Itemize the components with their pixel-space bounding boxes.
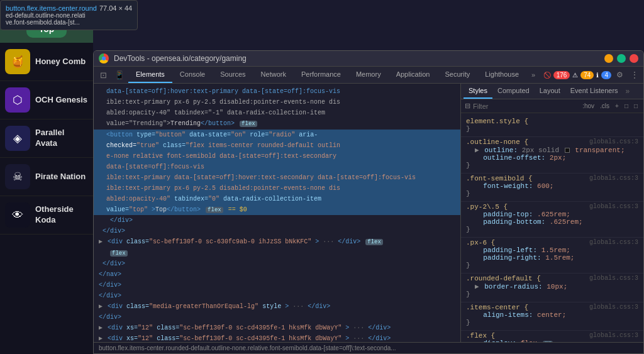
css-panel-tabs: Styles Computed Layout Event Listeners »: [461, 84, 643, 99]
tab-sources[interactable]: Sources: [213, 67, 253, 83]
devtools-window: DevTools - opensea.io/category/gaming − …: [93, 50, 644, 354]
px-selector: .px-6 {: [466, 239, 495, 246]
window-controls: − □ ✕: [604, 54, 638, 63]
layout-icon-1[interactable]: □: [623, 102, 630, 110]
css-tab-layout[interactable]: Layout: [535, 84, 565, 99]
tab-security[interactable]: Security: [437, 67, 477, 83]
html-line: </div>: [94, 226, 460, 236]
layout-icon-2[interactable]: □: [632, 102, 640, 110]
tab-application[interactable]: Application: [389, 67, 438, 83]
outline-prop: ▶ outline: 2px solid transparent;: [466, 146, 638, 154]
honeycomb-avatar: 🍯: [5, 49, 30, 74]
padding-top-prop: padding-top: .625rem;: [466, 211, 638, 218]
css-rule-outline: globals.css:3 .outline-none { ▶ outline:…: [461, 137, 643, 174]
html-line-selected: ible:text-primary data-[state=off]:hover…: [94, 172, 460, 183]
close-button[interactable]: ✕: [630, 54, 638, 63]
css-filter-input[interactable]: [473, 102, 578, 110]
html-line: ible:text-primary px-6 py-2.5 disabled:p…: [94, 97, 460, 108]
css-source: globals.css:3: [589, 175, 638, 182]
otherside-avatar: 👁: [5, 202, 30, 228]
devtools-badges: 🚫 176 ⚠ 74 ℹ 4 ⚙ ⋮: [543, 68, 641, 82]
sidebar-item-parallel[interactable]: ◈ Parallel Avata: [0, 119, 93, 158]
css-filter-bar: ⊟ :hov .cls + □ □: [461, 99, 643, 113]
devtools-main: data-[state=off]:hover:text-primary data…: [94, 84, 643, 342]
sidebar: Sell Drops Stats Create Top 🍯 Honey Comb…: [0, 0, 93, 354]
html-line-selected: e-none relative font-semibold data-[stat…: [94, 151, 460, 162]
html-line: flex: [94, 248, 460, 259]
padding-bottom-prop: padding-bottom: .625rem;: [466, 218, 638, 226]
tab-elements[interactable]: Elements: [128, 67, 172, 83]
sidebar-item-honeycomb[interactable]: 🍯 Honey Comb: [0, 43, 93, 81]
css-rule-items-center: globals.css:3 .items-center { align-item…: [461, 302, 643, 331]
element-style-selector: element.style {: [466, 118, 528, 125]
add-rule-button[interactable]: +: [613, 102, 621, 110]
html-line: ▶ <div xs="12" class="sc-beff130f-0 sc-c…: [94, 323, 460, 333]
minimize-button[interactable]: −: [604, 54, 613, 63]
error-badge: 176: [553, 71, 570, 79]
outline-none-selector: .outline-none {: [466, 138, 528, 146]
sidebar-item-otherside[interactable]: 👁 Otherside Koda: [0, 196, 93, 235]
html-line: </div>: [94, 215, 460, 226]
tab-lighthouse[interactable]: Lighthouse: [477, 67, 526, 83]
tab-console[interactable]: Console: [172, 67, 213, 83]
cls-button[interactable]: .cls: [598, 102, 611, 110]
tab-memory[interactable]: Memory: [348, 67, 389, 83]
settings-icon[interactable]: ⚙: [614, 68, 626, 82]
sidebar-item-pirate[interactable]: ☠ Pirate Nation: [0, 158, 93, 196]
html-line-selected: value="top" >Top</button> flex == $0: [94, 204, 460, 216]
element-tooltip: button.flex.items-center.round 77.04 × 4…: [0, 0, 138, 30]
py-selector: .py-2\.5 {: [466, 203, 508, 211]
html-line-selected: checked="true" class="flex items-center …: [94, 140, 460, 151]
sidebar-item-och[interactable]: ⬡ OCH Genesis: [0, 81, 93, 119]
more-options-icon[interactable]: ⋮: [628, 68, 641, 82]
maximize-button[interactable]: □: [617, 54, 626, 63]
parallel-avatar: ◈: [5, 126, 30, 151]
css-rule-rounded: globals.css:3 .rounded-default { ▶ borde…: [461, 274, 643, 302]
info-badge: 4: [601, 71, 611, 79]
css-source: globals.css:3: [589, 304, 638, 311]
border-radius-prop: ▶ border-radius: 10px;: [466, 282, 638, 290]
devtools-bottom-bar: button.flex.items-center.rounded-default…: [94, 342, 643, 353]
css-rules: element.style { } globals.css:3 .outline…: [461, 113, 643, 342]
tabs-overflow[interactable]: »: [526, 67, 540, 82]
css-source: globals.css:3: [589, 332, 638, 339]
html-panel[interactable]: data-[state=off]:hover:text-primary data…: [94, 84, 461, 342]
padding-right-prop: padding-right: 1.5rem;: [466, 254, 638, 262]
css-source: globals.css:3: [589, 138, 638, 145]
html-line-selected: data-[state=off]:focus-vis: [94, 162, 460, 172]
css-rule-py: globals.css:3 .py-2\.5 { padding-top: .6…: [461, 202, 643, 238]
flex-selector: .flex {: [466, 332, 495, 340]
devtools-title: DevTools - opensea.io/category/gaming: [114, 54, 599, 63]
outline-offset-prop: outline-offset: 2px;: [466, 154, 638, 162]
devtools-titlebar: DevTools - opensea.io/category/gaming − …: [94, 51, 643, 67]
select-element-icon[interactable]: ⊡: [96, 68, 111, 82]
items-center-selector: .items-center {: [466, 304, 528, 311]
html-line: </div>: [94, 258, 460, 269]
tab-performance[interactable]: Performance: [294, 67, 348, 83]
devtools-tabs: ⊡ 📱 Elements Console Sources Network Per…: [94, 67, 643, 84]
css-tab-event-listeners[interactable]: Event Listeners: [565, 84, 623, 99]
font-semibold-selector: .font-semibold {: [466, 175, 533, 182]
css-filter-controls: :hov .cls + □ □: [580, 102, 640, 110]
html-line: abled:opacity-40" tabindex="-1" data-rad…: [94, 108, 460, 118]
warning-badge: 74: [580, 71, 594, 79]
css-rule-px: globals.css:3 .px-6 { padding-left: 1.5r…: [461, 238, 643, 274]
css-tab-computed[interactable]: Computed: [492, 84, 535, 99]
html-line: </div>: [94, 290, 460, 301]
chrome-icon: [99, 53, 109, 64]
css-tabs-overflow[interactable]: »: [623, 84, 633, 99]
html-line-selected: abled:opacity-40" tabindex="0" data-radi…: [94, 194, 460, 204]
css-source: globals.css:3: [589, 275, 638, 282]
html-line: ▶ <div class="sc-beff130f-0 sc-630fc9ab-…: [94, 236, 460, 248]
tab-network[interactable]: Network: [253, 67, 294, 83]
pirate-avatar: ☠: [5, 164, 30, 189]
css-element-style: element.style { }: [461, 116, 643, 137]
css-tab-styles[interactable]: Styles: [464, 84, 492, 99]
device-icon[interactable]: 📱: [111, 68, 128, 82]
element-breadcrumb: button.flex.items-center.rounded-default…: [99, 345, 396, 351]
tooltip-size: 77.04 × 44: [99, 4, 132, 12]
html-line: ▶ <div class="media-greaterThanOrEqual-l…: [94, 301, 460, 312]
hov-button[interactable]: :hov: [580, 102, 596, 110]
html-line: value="Trending">Trending</button> flex: [94, 118, 460, 130]
css-source: globals.css:3: [589, 239, 638, 246]
